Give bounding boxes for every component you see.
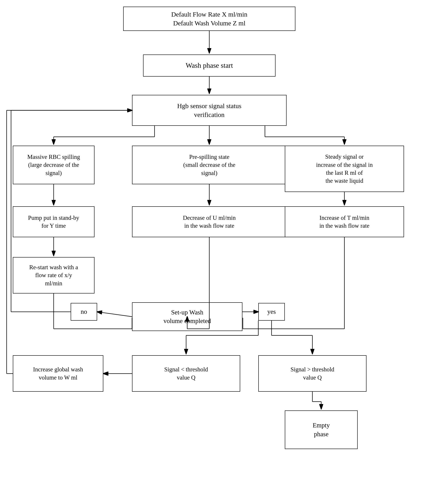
wash-phase-start-box: Wash phase start xyxy=(143,54,276,77)
setup-wash-box: Set-up Washvolume completed xyxy=(132,302,242,331)
signal-greater-box: Signal > thresholdvalue Q xyxy=(258,355,367,392)
yes-label-box: yes xyxy=(258,303,285,321)
decrease-flow-box: Decrease of U ml/minin the wash flow rat… xyxy=(132,206,287,237)
pump-standby-box: Pump put in stand-byfor Y time xyxy=(13,206,95,237)
steady-signal-box: Steady signal orincrease of the signal i… xyxy=(285,146,404,192)
hgb-sensor-box: Hgb sensor signal statusverification xyxy=(132,95,287,126)
signal-less-box: Signal < thresholdvalue Q xyxy=(132,355,240,392)
massive-rbc-box: Massive RBC spilling(large decrease of t… xyxy=(13,146,95,184)
pre-spilling-box: Pre-spilling state(small decrease of the… xyxy=(132,146,287,184)
default-flow-box: Default Flow Rate X ml/minDefault Wash V… xyxy=(123,7,295,31)
no-label-box: no xyxy=(71,303,97,321)
empty-phase-box: Emptyphase xyxy=(285,410,358,449)
restart-wash-box: Re-start wash with aflow rate of x/yml/m… xyxy=(13,257,95,294)
flowchart-diagram: Default Flow Rate X ml/minDefault Wash V… xyxy=(0,0,423,504)
svg-line-23 xyxy=(97,312,132,317)
increase-flow-box: Increase of T ml/minin the wash flow rat… xyxy=(285,206,404,237)
increase-global-box: Increase global washvolume to W ml xyxy=(13,355,103,392)
